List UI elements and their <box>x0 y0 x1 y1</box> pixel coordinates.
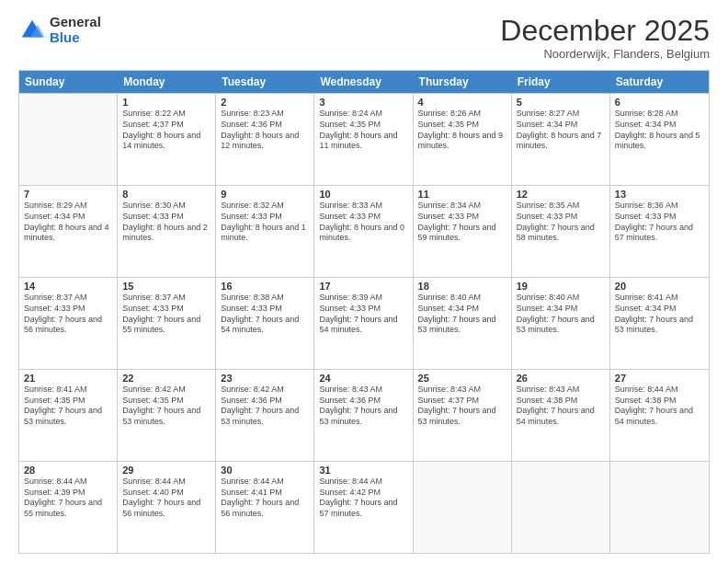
calendar-cell: 24Sunrise: 8:43 AMSunset: 4:36 PMDayligh… <box>314 370 413 461</box>
calendar-cell: 29Sunrise: 8:44 AMSunset: 4:40 PMDayligh… <box>118 462 216 553</box>
cell-info: Sunrise: 8:29 AMSunset: 4:34 PMDaylight:… <box>24 201 112 244</box>
cell-info: Sunrise: 8:23 AMSunset: 4:36 PMDaylight:… <box>221 109 309 152</box>
cell-date: 3 <box>319 97 407 108</box>
calendar-cell: 4Sunrise: 8:26 AMSunset: 4:35 PMDaylight… <box>414 94 512 185</box>
logo-icon <box>18 17 46 44</box>
cell-info: Sunrise: 8:39 AMSunset: 4:33 PMDaylight:… <box>319 293 407 336</box>
calendar: SundayMondayTuesdayWednesdayThursdayFrid… <box>18 70 710 554</box>
cell-date: 21 <box>24 373 112 384</box>
cell-date: 17 <box>319 281 407 292</box>
calendar-cell: 5Sunrise: 8:27 AMSunset: 4:34 PMDaylight… <box>512 94 610 185</box>
cell-date: 26 <box>517 373 605 384</box>
cell-info: Sunrise: 8:37 AMSunset: 4:33 PMDaylight:… <box>24 293 112 336</box>
month-title: December 2025 <box>500 15 710 47</box>
calendar-cell: 30Sunrise: 8:44 AMSunset: 4:41 PMDayligh… <box>216 462 314 553</box>
logo: General Blue <box>18 15 101 45</box>
cell-date: 8 <box>122 189 210 200</box>
cell-info: Sunrise: 8:43 AMSunset: 4:36 PMDaylight:… <box>319 385 407 428</box>
calendar-cell <box>414 462 512 553</box>
cell-info: Sunrise: 8:41 AMSunset: 4:35 PMDaylight:… <box>24 385 112 428</box>
cell-info: Sunrise: 8:28 AMSunset: 4:34 PMDaylight:… <box>615 109 704 152</box>
cell-info: Sunrise: 8:38 AMSunset: 4:33 PMDaylight:… <box>221 293 309 336</box>
calendar-cell: 3Sunrise: 8:24 AMSunset: 4:35 PMDaylight… <box>314 94 413 185</box>
cell-date: 10 <box>319 189 407 200</box>
day-headers: SundayMondayTuesdayWednesdayThursdayFrid… <box>19 71 709 93</box>
page: General Blue December 2025 Noorderwijk, … <box>0 0 728 563</box>
calendar-body: 1Sunrise: 8:22 AMSunset: 4:37 PMDaylight… <box>19 93 709 553</box>
day-header-wednesday: Wednesday <box>314 71 413 93</box>
cell-date: 27 <box>615 373 704 384</box>
cell-info: Sunrise: 8:44 AMSunset: 4:42 PMDaylight:… <box>319 477 407 520</box>
calendar-cell: 22Sunrise: 8:42 AMSunset: 4:35 PMDayligh… <box>118 370 216 461</box>
calendar-cell <box>512 462 610 553</box>
calendar-cell: 14Sunrise: 8:37 AMSunset: 4:33 PMDayligh… <box>19 278 118 369</box>
cell-info: Sunrise: 8:44 AMSunset: 4:39 PMDaylight:… <box>24 477 112 520</box>
cell-date: 5 <box>517 97 605 108</box>
logo-general-text: General <box>50 15 101 30</box>
cell-date: 22 <box>122 373 210 384</box>
calendar-row-0: 1Sunrise: 8:22 AMSunset: 4:37 PMDaylight… <box>19 93 709 185</box>
calendar-cell: 9Sunrise: 8:32 AMSunset: 4:33 PMDaylight… <box>216 186 314 277</box>
location-subtitle: Noorderwijk, Flanders, Belgium <box>500 47 710 61</box>
day-header-monday: Monday <box>118 71 216 93</box>
cell-info: Sunrise: 8:35 AMSunset: 4:33 PMDaylight:… <box>517 201 605 244</box>
calendar-cell: 12Sunrise: 8:35 AMSunset: 4:33 PMDayligh… <box>512 186 610 277</box>
calendar-cell: 2Sunrise: 8:23 AMSunset: 4:36 PMDaylight… <box>216 94 314 185</box>
cell-info: Sunrise: 8:44 AMSunset: 4:41 PMDaylight:… <box>221 477 309 520</box>
logo-text: General Blue <box>50 15 101 45</box>
cell-info: Sunrise: 8:34 AMSunset: 4:33 PMDaylight:… <box>418 201 506 244</box>
cell-date: 25 <box>418 373 506 384</box>
cell-info: Sunrise: 8:43 AMSunset: 4:38 PMDaylight:… <box>517 385 605 428</box>
cell-date: 28 <box>24 465 112 476</box>
calendar-row-4: 28Sunrise: 8:44 AMSunset: 4:39 PMDayligh… <box>19 461 709 553</box>
calendar-row-2: 14Sunrise: 8:37 AMSunset: 4:33 PMDayligh… <box>19 277 709 369</box>
calendar-cell: 11Sunrise: 8:34 AMSunset: 4:33 PMDayligh… <box>414 186 512 277</box>
calendar-cell: 17Sunrise: 8:39 AMSunset: 4:33 PMDayligh… <box>314 278 413 369</box>
calendar-cell: 8Sunrise: 8:30 AMSunset: 4:33 PMDaylight… <box>118 186 216 277</box>
day-header-sunday: Sunday <box>19 71 118 93</box>
cell-info: Sunrise: 8:32 AMSunset: 4:33 PMDaylight:… <box>221 201 309 244</box>
cell-info: Sunrise: 8:42 AMSunset: 4:36 PMDaylight:… <box>221 385 309 428</box>
day-header-friday: Friday <box>512 71 610 93</box>
cell-date: 6 <box>615 97 704 108</box>
cell-date: 2 <box>221 97 309 108</box>
day-header-tuesday: Tuesday <box>216 71 314 93</box>
calendar-cell: 19Sunrise: 8:40 AMSunset: 4:34 PMDayligh… <box>512 278 610 369</box>
cell-date: 4 <box>418 97 506 108</box>
calendar-cell: 27Sunrise: 8:44 AMSunset: 4:38 PMDayligh… <box>610 370 709 461</box>
calendar-cell: 25Sunrise: 8:43 AMSunset: 4:37 PMDayligh… <box>414 370 512 461</box>
cell-date: 13 <box>615 189 704 200</box>
cell-date: 1 <box>122 97 210 108</box>
title-section: December 2025 Noorderwijk, Flanders, Bel… <box>500 15 710 61</box>
cell-info: Sunrise: 8:36 AMSunset: 4:33 PMDaylight:… <box>615 201 704 244</box>
cell-info: Sunrise: 8:44 AMSunset: 4:40 PMDaylight:… <box>122 477 210 520</box>
cell-date: 7 <box>24 189 112 200</box>
calendar-cell: 7Sunrise: 8:29 AMSunset: 4:34 PMDaylight… <box>19 186 118 277</box>
cell-date: 23 <box>221 373 309 384</box>
cell-date: 16 <box>221 281 309 292</box>
cell-info: Sunrise: 8:30 AMSunset: 4:33 PMDaylight:… <box>122 201 210 244</box>
cell-info: Sunrise: 8:22 AMSunset: 4:37 PMDaylight:… <box>122 109 210 152</box>
calendar-cell: 23Sunrise: 8:42 AMSunset: 4:36 PMDayligh… <box>216 370 314 461</box>
day-header-saturday: Saturday <box>610 71 709 93</box>
calendar-cell <box>610 462 709 553</box>
calendar-cell: 28Sunrise: 8:44 AMSunset: 4:39 PMDayligh… <box>19 462 118 553</box>
cell-info: Sunrise: 8:37 AMSunset: 4:33 PMDaylight:… <box>122 293 210 336</box>
cell-info: Sunrise: 8:26 AMSunset: 4:35 PMDaylight:… <box>418 109 506 152</box>
calendar-row-3: 21Sunrise: 8:41 AMSunset: 4:35 PMDayligh… <box>19 369 709 461</box>
calendar-cell: 26Sunrise: 8:43 AMSunset: 4:38 PMDayligh… <box>512 370 610 461</box>
cell-info: Sunrise: 8:40 AMSunset: 4:34 PMDaylight:… <box>517 293 605 336</box>
calendar-cell: 16Sunrise: 8:38 AMSunset: 4:33 PMDayligh… <box>216 278 314 369</box>
header: General Blue December 2025 Noorderwijk, … <box>18 15 710 61</box>
cell-info: Sunrise: 8:42 AMSunset: 4:35 PMDaylight:… <box>122 385 210 428</box>
cell-date: 15 <box>122 281 210 292</box>
cell-date: 12 <box>517 189 605 200</box>
cell-date: 31 <box>319 465 407 476</box>
cell-info: Sunrise: 8:41 AMSunset: 4:34 PMDaylight:… <box>615 293 704 336</box>
calendar-row-1: 7Sunrise: 8:29 AMSunset: 4:34 PMDaylight… <box>19 185 709 277</box>
calendar-cell: 1Sunrise: 8:22 AMSunset: 4:37 PMDaylight… <box>118 94 216 185</box>
logo-blue-text: Blue <box>50 30 101 46</box>
cell-date: 11 <box>418 189 506 200</box>
cell-info: Sunrise: 8:43 AMSunset: 4:37 PMDaylight:… <box>418 385 506 428</box>
calendar-cell: 20Sunrise: 8:41 AMSunset: 4:34 PMDayligh… <box>610 278 709 369</box>
